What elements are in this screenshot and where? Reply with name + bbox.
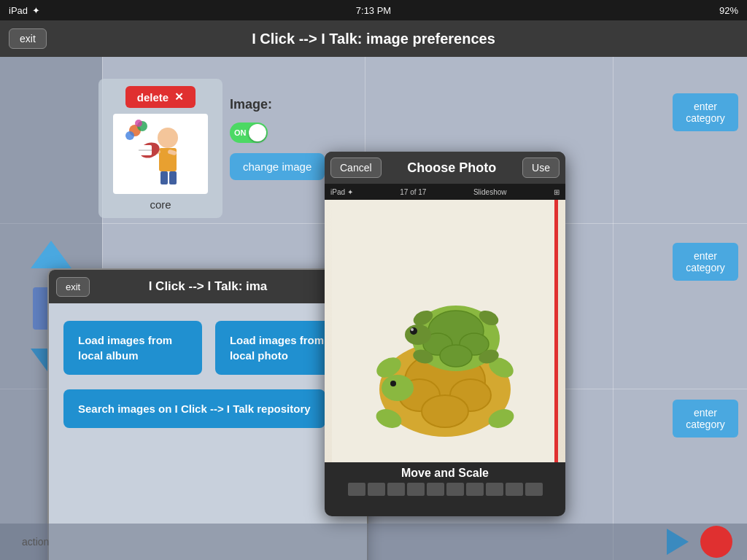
photo-thumb-4 (407, 483, 425, 496)
photo-strip (345, 483, 546, 496)
card-image (113, 114, 208, 194)
arrow-up-icon (31, 241, 71, 268)
status-left: iPad ✦ (9, 5, 40, 16)
photo-thumb-9 (506, 483, 523, 496)
svg-point-18 (422, 395, 468, 427)
main-title: I Click --> I Talk: image preferences (252, 31, 495, 47)
status-bar: iPad ✦ 7:13 PM 92% (0, 0, 747, 20)
status-right: 92% (719, 5, 738, 16)
svg-point-20 (390, 381, 396, 386)
title-bar: exit I Click --> I Talk: image preferenc… (0, 20, 747, 57)
main-content: delete ✕ c (0, 57, 747, 560)
image-toggle[interactable]: ON (230, 122, 268, 143)
svg-rect-4 (160, 171, 168, 184)
enter-category-button-1[interactable]: enter category (673, 93, 738, 131)
photo-thumb-8 (486, 483, 503, 496)
svg-point-12 (135, 120, 142, 127)
ipad-label: iPad (9, 5, 28, 16)
delete-button[interactable]: delete ✕ (125, 86, 196, 108)
choose-photo-cancel-button[interactable]: Cancel (330, 158, 382, 178)
toggle-row: ON (230, 122, 325, 143)
image-label: Image: (230, 97, 325, 112)
svg-point-0 (158, 128, 178, 148)
battery-label: 92% (719, 5, 738, 16)
svg-point-11 (125, 131, 134, 140)
toggle-thumb (249, 124, 266, 141)
svg-point-29 (440, 345, 472, 367)
red-circle-icon[interactable] (700, 526, 732, 558)
load-local-album-button[interactable]: Load images from local album (63, 321, 202, 375)
sub-bar-right: Slideshow (473, 188, 507, 196)
photo-thumb-3 (387, 483, 405, 496)
photo-thumb-7 (466, 483, 484, 496)
choose-photo-bottom: Move and Scale (325, 462, 565, 500)
choose-photo-dialog: Cancel Choose Photo Use iPad ✦ 17 of 17 … (325, 152, 565, 516)
svg-rect-5 (169, 171, 177, 184)
next-arrow-icon[interactable] (667, 529, 689, 555)
card-label: core (150, 198, 171, 211)
action-label: action (22, 536, 49, 548)
image-prefs-dialog: exit I Click --> I Talk: ima Load images… (47, 268, 368, 560)
dialog-title-bar: exit I Click --> I Talk: ima (49, 270, 367, 303)
choose-photo-sub-bar: iPad ✦ 17 of 17 Slideshow ⊞ (325, 184, 565, 200)
delete-label: delete (137, 91, 169, 104)
dialog-body: Load images from local album Load images… (49, 303, 367, 446)
photo-thumb-1 (348, 483, 365, 496)
photo-thumb-2 (368, 483, 385, 496)
change-image-button[interactable]: change image (230, 153, 325, 180)
svg-point-30 (405, 324, 431, 345)
turtle-image (325, 200, 565, 462)
action-bar: action (0, 524, 747, 560)
delete-icon: ✕ (174, 90, 184, 104)
sub-bar-left: iPad ✦ (330, 188, 353, 196)
svg-point-19 (382, 375, 414, 401)
main-exit-button[interactable]: exit (9, 28, 47, 49)
image-controls: Image: ON change image (230, 97, 325, 180)
dialog-exit-button[interactable]: exit (56, 277, 90, 297)
card-illustration (117, 117, 204, 190)
arrow-up-button[interactable] (29, 236, 73, 273)
photo-thumb-5 (427, 483, 444, 496)
toggle-on-label: ON (234, 128, 247, 137)
svg-rect-37 (554, 200, 558, 462)
status-time: 7:13 PM (356, 5, 391, 16)
sub-bar-center: 17 of 17 (400, 188, 426, 196)
sub-bar-icon: ⊞ (554, 188, 560, 196)
photo-thumb-6 (446, 483, 464, 496)
grid-v3 (613, 57, 614, 560)
choose-photo-title-bar: Cancel Choose Photo Use (325, 152, 565, 184)
choose-photo-title: Choose Photo (407, 160, 496, 176)
dialog-btn-row-2: Search images on I Click --> I Talk repo… (63, 389, 352, 428)
svg-point-31 (410, 327, 417, 335)
choose-photo-use-button[interactable]: Use (522, 158, 560, 178)
dialog-btn-row-1: Load images from local album Load images… (63, 321, 352, 375)
turtle-svg (332, 200, 558, 462)
photo-display-area[interactable] (325, 200, 565, 462)
photo-thumb-10 (525, 483, 543, 496)
enter-category-button-3[interactable]: enter category (673, 400, 738, 438)
svg-point-32 (411, 328, 414, 331)
dialog-title: I Click --> I Talk: ima (49, 279, 367, 294)
search-repository-button[interactable]: Search images on I Click --> I Talk repo… (63, 389, 325, 428)
move-scale-label: Move and Scale (401, 467, 489, 480)
enter-category-button-2[interactable]: enter category (673, 243, 738, 281)
wifi-icon: ✦ (32, 5, 40, 16)
card-panel: delete ✕ c (98, 79, 222, 218)
